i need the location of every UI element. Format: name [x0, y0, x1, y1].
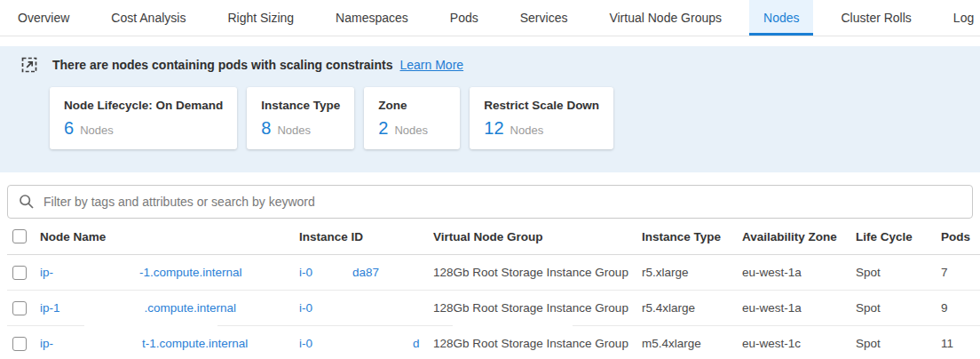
card-count: 8 — [261, 118, 271, 139]
scaling-constraints-banner: There are nodes containing pods with sca… — [0, 46, 980, 172]
instance-type-cell: m5.4xlarge — [642, 337, 742, 350]
node-name-link[interactable]: ip--1.compute.internal — [40, 266, 299, 279]
redacted-text — [53, 275, 139, 276]
tab-cluster-rolls[interactable]: Cluster Rolls — [826, 0, 925, 36]
instance-id-link[interactable]: i-0d — [299, 337, 433, 350]
table-header-row: Node Name Instance ID Virtual Node Group… — [7, 219, 980, 255]
card-unit: Nodes — [510, 124, 544, 137]
row-checkbox[interactable] — [12, 337, 27, 351]
column-header-instance-id[interactable]: Instance ID — [299, 230, 433, 243]
banner-message: There are nodes containing pods with sca… — [52, 58, 393, 72]
virtual-node-group-cell: 128Gb Root Storage Instance Group — [433, 266, 642, 279]
column-header-pods[interactable]: Pods — [941, 230, 980, 243]
availability-zone-cell: eu-west-1c — [742, 337, 856, 350]
life-cycle-cell: Spot — [856, 337, 941, 350]
card-unit: Nodes — [80, 124, 114, 137]
virtual-node-group-cell: 128Gb Root Storage Instance Group — [433, 337, 642, 350]
banner-header: There are nodes containing pods with sca… — [0, 57, 980, 73]
instance-id-link[interactable]: i-0 — [299, 301, 433, 315]
card-title: Node Lifecycle: On Demand — [64, 99, 223, 112]
tab-nodes[interactable]: Nodes — [749, 0, 813, 36]
constraint-cards: Node Lifecycle: On Demand 6 Nodes Instan… — [50, 87, 980, 149]
card-count: 2 — [378, 118, 388, 139]
row-checkbox[interactable] — [12, 301, 27, 315]
availability-zone-cell: eu-west-1a — [742, 301, 856, 315]
tab-cost-analysis[interactable]: Cost Analysis — [97, 0, 200, 36]
column-header-instance-type[interactable]: Instance Type — [642, 230, 742, 243]
node-name-link[interactable]: ip-t-1.compute.internal — [40, 337, 299, 350]
life-cycle-cell: Spot — [856, 301, 941, 315]
select-all-checkbox[interactable] — [12, 229, 27, 243]
card-title: Restrict Scale Down — [484, 99, 599, 112]
nodes-table: Node Name Instance ID Virtual Node Group… — [7, 219, 980, 359]
life-cycle-cell: Spot — [856, 266, 941, 279]
redacted-text — [60, 311, 145, 312]
tab-right-sizing[interactable]: Right Sizing — [213, 0, 308, 36]
column-header-node-name[interactable]: Node Name — [40, 230, 299, 243]
redacted-text — [312, 347, 413, 347]
tab-services[interactable]: Services — [506, 0, 582, 36]
card-unit: Nodes — [277, 124, 311, 137]
redaction-overlay — [84, 321, 217, 331]
card-unit: Nodes — [394, 124, 428, 137]
card-zone[interactable]: Zone 2 Nodes — [364, 87, 460, 149]
card-title: Instance Type — [261, 99, 340, 112]
card-count: 6 — [64, 118, 74, 139]
instance-type-cell: r5.xlarge — [642, 266, 742, 279]
virtual-node-group-cell: 128Gb Root Storage Instance Group — [433, 301, 642, 315]
pods-cell: 7 — [941, 266, 980, 279]
filter-input[interactable] — [43, 195, 961, 209]
redaction-overlay — [453, 321, 573, 331]
card-count: 12 — [484, 118, 503, 139]
row-checkbox[interactable] — [12, 266, 27, 280]
learn-more-link[interactable]: Learn More — [400, 58, 464, 72]
tab-virtual-node-groups[interactable]: Virtual Node Groups — [595, 0, 736, 36]
card-title: Zone — [378, 99, 446, 112]
table-body: ip--1.compute.internal i-0da87 128Gb Roo… — [7, 255, 980, 359]
scale-constraint-icon — [21, 57, 37, 73]
tab-overview[interactable]: Overview — [4, 0, 83, 36]
pods-cell: 9 — [941, 301, 980, 315]
column-header-life-cycle[interactable]: Life Cycle — [856, 230, 941, 243]
card-restrict-scale-down[interactable]: Restrict Scale Down 12 Nodes — [470, 87, 613, 149]
availability-zone-cell: eu-west-1a — [742, 266, 856, 279]
column-header-availability-zone[interactable]: Availability Zone — [742, 230, 856, 243]
instance-id-link[interactable]: i-0da87 — [299, 266, 433, 279]
tab-namespaces[interactable]: Namespaces — [321, 0, 423, 36]
column-header-virtual-node-group[interactable]: Virtual Node Group — [433, 230, 642, 243]
pods-cell: 11 — [941, 337, 980, 350]
card-instance-type[interactable]: Instance Type 8 Nodes — [247, 87, 354, 149]
cluster-tab-bar: Overview Cost Analysis Right Sizing Name… — [0, 0, 980, 36]
card-node-lifecycle[interactable]: Node Lifecycle: On Demand 6 Nodes — [50, 87, 237, 149]
table-row: ip--1.compute.internal i-0da87 128Gb Roo… — [7, 255, 980, 291]
redacted-text — [312, 275, 352, 276]
filter-bar — [7, 185, 973, 219]
node-name-link[interactable]: ip-1.compute.internal — [40, 301, 299, 315]
tab-pods[interactable]: Pods — [436, 0, 493, 36]
tab-log[interactable]: Log — [939, 0, 980, 36]
redacted-text — [53, 347, 142, 347]
instance-type-cell: r5.4xlarge — [642, 301, 742, 315]
search-icon — [19, 194, 35, 210]
